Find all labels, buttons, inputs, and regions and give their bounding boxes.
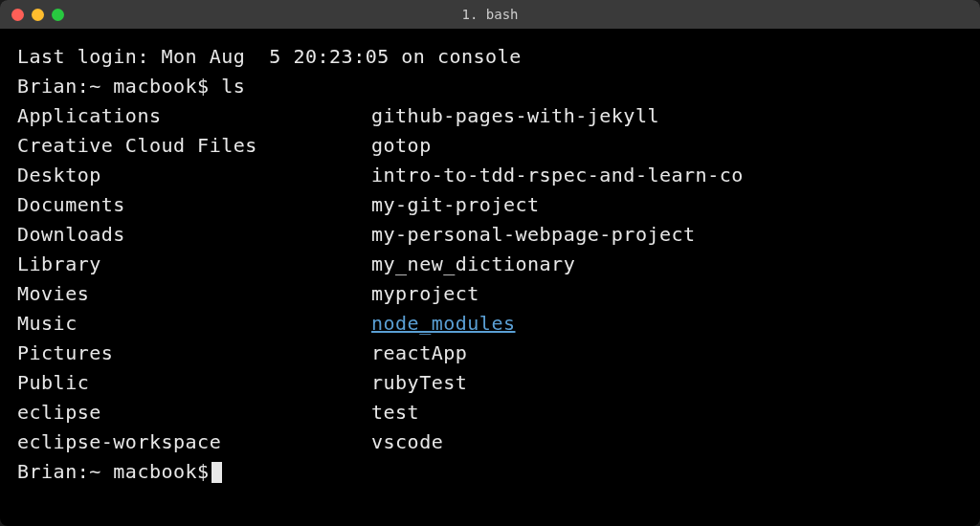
window-title: 1. bash [461,7,518,22]
list-item-symlink: node_modules [371,309,744,339]
terminal-body[interactable]: Last login: Mon Aug 5 20:23:05 on consol… [0,29,980,526]
ls-column-1: Applications Creative Cloud Files Deskto… [17,101,371,457]
list-item: intro-to-tdd-rspec-and-learn-co [371,161,744,190]
list-item: vscode [371,427,744,457]
list-item: test [371,398,744,427]
ls-output: Applications Creative Cloud Files Deskto… [17,101,963,457]
prompt-line-2: Brian:~ macbook$ [17,457,963,487]
ls-column-2: github-pages-with-jekyll gotop intro-to-… [371,101,744,457]
titlebar: 1. bash [0,0,980,29]
list-item: Documents [17,190,371,220]
last-login-line: Last login: Mon Aug 5 20:23:05 on consol… [17,42,963,72]
list-item: reactApp [371,339,744,368]
list-item: rubyTest [371,368,744,398]
list-item: myproject [371,279,744,309]
list-item: Downloads [17,220,371,250]
terminal-window: 1. bash Last login: Mon Aug 5 20:23:05 o… [0,0,980,526]
maximize-icon[interactable] [52,9,64,21]
list-item: eclipse [17,398,371,427]
prompt-text: Brian:~ macbook$ [17,75,221,98]
cursor-icon [212,462,222,483]
list-item: Movies [17,279,371,309]
list-item: Desktop [17,161,371,190]
prompt-text: Brian:~ macbook$ [17,457,210,487]
list-item: github-pages-with-jekyll [371,101,744,131]
list-item: my-personal-webpage-project [371,220,744,250]
list-item: my_new_dictionary [371,250,744,279]
list-item: Creative Cloud Files [17,131,371,161]
list-item: Applications [17,101,371,131]
list-item: Public [17,368,371,398]
list-item: Library [17,250,371,279]
list-item: Pictures [17,339,371,368]
traffic-lights [11,9,64,21]
minimize-icon[interactable] [32,9,44,21]
list-item: eclipse-workspace [17,427,371,457]
list-item: my-git-project [371,190,744,220]
list-item: gotop [371,131,744,161]
list-item: Music [17,309,371,339]
prompt-line-1: Brian:~ macbook$ ls [17,72,963,101]
command-text: ls [221,75,245,98]
close-icon[interactable] [11,9,24,21]
